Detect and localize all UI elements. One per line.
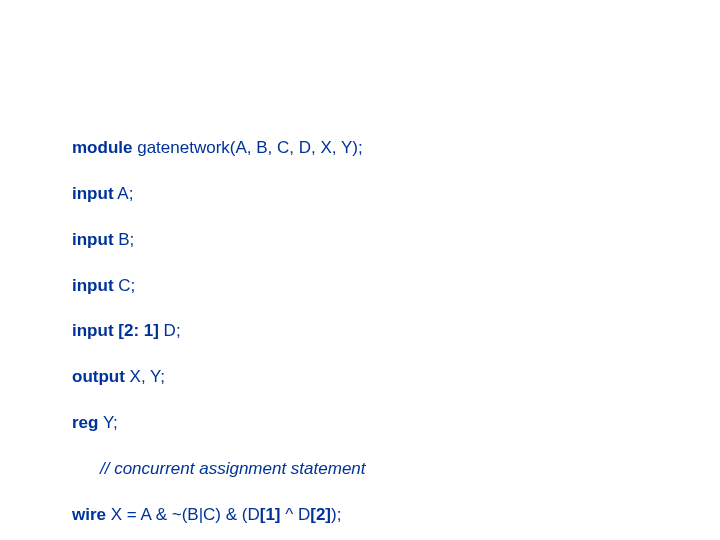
keyword-output: output [72,367,125,386]
comment-line: // concurrent assignment statement [100,459,366,478]
code-text: Y; [98,413,117,432]
keyword-input: input [72,230,114,249]
code-line-7: reg Y; [72,412,564,435]
verilog-code-block: module gatenetwork(A, B, C, D, X, Y); in… [72,114,564,540]
keyword-input: input [72,184,114,203]
keyword-wire: wire [72,505,106,524]
code-text: gatenetwork(A, B, C, D, X, Y); [132,138,362,157]
code-line-5: input [2: 1] D; [72,320,564,343]
code-text: ^ D [281,505,311,524]
keyword-reg: reg [72,413,98,432]
code-line-1: module gatenetwork(A, B, C, D, X, Y); [72,137,564,160]
keyword-module: module [72,138,132,157]
code-text: A; [114,184,134,203]
keyword-input: input [72,276,114,295]
code-line-4: input C; [72,275,564,298]
code-line-8: // concurrent assignment statement [72,458,564,481]
code-text: X, Y; [125,367,165,386]
code-line-3: input B; [72,229,564,252]
code-line-2: input A; [72,183,564,206]
index-bracket: [1] [260,505,281,524]
code-text: C; [114,276,136,295]
code-line-9: wire X = A & ~(B|C) & (D[1] ^ D[2]); [72,504,564,527]
code-text: ); [331,505,341,524]
code-text: B; [114,230,135,249]
index-bracket: [2] [310,505,331,524]
code-line-6: output X, Y; [72,366,564,389]
code-text: D; [159,321,181,340]
keyword-input-range: input [2: 1] [72,321,159,340]
code-text: X = A & ~(B|C) & (D [106,505,260,524]
